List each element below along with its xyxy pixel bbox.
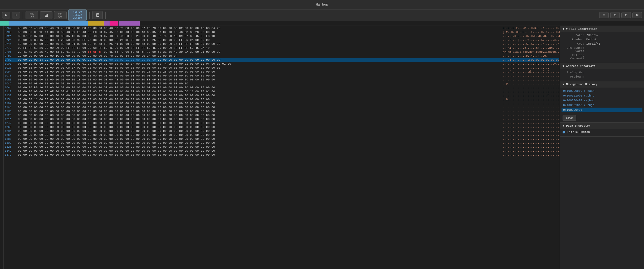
- hex-row[interactable]: 126800 00 00 00 00 00 00 00 00 00 00 00 …: [5, 125, 559, 129]
- hex-address: 1268: [5, 125, 18, 129]
- hex-row[interactable]: 0f2400 00 00 8B 45 EC 83 C4 20 5D C3 90 …: [5, 38, 559, 42]
- if-b-bottom: f(x);: [58, 15, 62, 18]
- right-panel: ▼ ▼ File Information Path: /Users/ Loade…: [560, 26, 644, 269]
- file-info-title: ▼ File Information: [566, 27, 597, 31]
- hex-address: 1300: [5, 141, 18, 145]
- nav-history-title: ▼ Navigation History: [563, 83, 597, 86]
- hex-row[interactable]: 128e00 00 00 00 00 00 00 00 00 00 00 00 …: [5, 129, 559, 133]
- address-info-header[interactable]: ▼ Address Informati: [560, 63, 644, 69]
- nav-history-item[interactable]: 0x1000010b8 (_objc: [562, 103, 642, 108]
- hex-row[interactable]: 100800 00 00 00 00 00 00 60 0F 00 00 00 …: [5, 62, 559, 66]
- hex-row[interactable]: 11f600 00 00 00 00 00 00 00 00 00 00 00 …: [5, 113, 559, 117]
- hex-row[interactable]: 102e00 00 88 0F 00 00 00 00 00 C8 07 00 …: [5, 66, 559, 70]
- syntax-row: CPU Syntax Varia: [563, 46, 641, 53]
- hex-address: 11aa: [5, 105, 18, 109]
- hex-bytes: 00 00 00 00 00 00 00 00 00 00 00 00 00 0…: [18, 109, 501, 113]
- hex-row[interactable]: 0f70DC FF FF 68 26 00 00 E9 D2 FF FF FF …: [5, 46, 559, 50]
- hex-ascii: .....................................: [501, 78, 559, 82]
- hex-ascii: .....................................: [501, 125, 559, 129]
- hex-row[interactable]: 12da00 00 00 00 00 00 00 00 00 00 00 00 …: [5, 137, 559, 141]
- hex-row[interactable]: 0fe200 00 00 00 34 00 00 00 03 00 00 00 …: [5, 58, 559, 62]
- hex-bytes: 00 00 00 00 00 00 00 00 00 00 00 00 00 0…: [18, 105, 501, 109]
- nav-history-item[interactable]: 0x100000e70 (-[boo: [562, 98, 642, 103]
- hex-bytes: 00 00 00 00 00 00 00 00 00 00 00 00 00 0…: [18, 129, 501, 133]
- nav-history-item[interactable]: 0x1000010b0 (_objc: [562, 93, 642, 98]
- seg-6: [110, 21, 118, 26]
- hex-bytes: 00 00 00 00 00 00 00 00 00 00 00 00 00 0…: [18, 141, 501, 145]
- radio-little-endian[interactable]: [563, 131, 565, 133]
- hex-row[interactable]: 121c00 00 00 00 00 00 00 00 00 00 00 00 …: [5, 117, 559, 121]
- hex-ascii: .......`............j...t......~.....: [501, 62, 559, 66]
- hex-bytes: 00 00 00 00 00 00 00 00 00 00 00 00 00 0…: [18, 145, 501, 149]
- hex-row[interactable]: 111200 00 00 00 00 9D 0F 00 00 01 00 00 …: [5, 90, 559, 94]
- hex-row[interactable]: 134c00 00 00 00 00 00 00 00 00 00 00 00 …: [5, 149, 559, 153]
- cpu-label: CPU:: [563, 42, 586, 45]
- if-b-btn[interactable]: if(b) f(x);: [54, 11, 67, 20]
- btn-u[interactable]: U: [12, 12, 20, 18]
- hex-bytes: 01 00 00 B0 10 00 00 00 00 00 00 00 00 0…: [18, 86, 501, 90]
- hex-row[interactable]: 137200 00 00 00 00 00 00 00 00 00 00 00 …: [5, 153, 559, 157]
- hex-row[interactable]: 12b400 00 00 00 00 00 00 00 00 00 00 00 …: [5, 133, 559, 137]
- hex-row[interactable]: 10ec01 00 00 B0 10 00 00 00 00 00 00 00 …: [5, 86, 559, 90]
- nav-history-item[interactable]: 0x100000f9d: [562, 108, 642, 112]
- hex-ascii: ...........................h.........: [501, 94, 559, 98]
- file-info-arrow: ▼: [563, 27, 564, 31]
- hex-address: 0ed8: [5, 30, 18, 34]
- hex-ascii: ...7...H.5....H..H.E..$..H.u.H....E...: [501, 34, 559, 38]
- mov-add-btn[interactable]: mov add: [26, 11, 38, 20]
- hex-bytes: 00 00 00 00 60 11 00 00 01 00 00 00 00 0…: [18, 70, 501, 74]
- hex-panel[interactable]: 0eb248 89 F7 48 89 C6 48 89 45 E0 B0 00 …: [4, 26, 560, 269]
- hex-bytes: 00 00 00 00 00 00 00 00 00 00 00 00 00 0…: [18, 113, 501, 117]
- hex-row[interactable]: 124200 00 00 00 00 00 00 00 00 00 00 00 …: [5, 121, 559, 125]
- hex-row[interactable]: 0f4aE2 00 00 00 00 00 00 4C 8D 1D B1 00 …: [5, 42, 559, 46]
- main-layout: 0eb248 89 F7 48 89 C6 48 89 45 E0 B0 00 …: [0, 26, 644, 269]
- hex-row[interactable]: 0f9620 41 4D 3A 25 40 00 63 6C 61 73 73 …: [5, 50, 559, 54]
- hex-bytes: 20 41 4D 3A 25 40 00 63 6C 61 73 73 00 6…: [18, 50, 501, 54]
- hex-row[interactable]: 130000 00 00 00 00 00 00 00 00 00 00 00 …: [5, 141, 559, 145]
- nav-history-item[interactable]: 0x100000ee0 (_main: [562, 89, 642, 93]
- cpu-icon-btn[interactable]: 🖥: [92, 11, 103, 19]
- hex-row[interactable]: 107a00 00 00 00 00 AB 0F 00 01 00 00 00 …: [5, 74, 559, 78]
- hex-row[interactable]: 11d000 00 00 00 00 00 00 00 00 00 00 00 …: [5, 109, 559, 113]
- hex-row[interactable]: 113800 00 00 00 00 00 00 00 00 00 00 00 …: [5, 94, 559, 98]
- toolbar-sep-3: [105, 12, 106, 19]
- underlined-byte: 00: [131, 58, 135, 61]
- view-icon-btn-4[interactable]: ⊠: [632, 12, 642, 18]
- hex-ascii: .....................................`..…: [501, 90, 559, 94]
- hex-row[interactable]: 0ed85D C3 66 0F 1F 44 00 00 55 48 89 E5 …: [5, 30, 559, 34]
- hex-row[interactable]: 0fbc1C 00 00 00 00 00 00 1C 00 00 00 00 …: [5, 54, 559, 58]
- hex-row[interactable]: 0efe89 C7 E8 37 00 00 00 48 8B 35 1C 02 …: [5, 34, 559, 38]
- file-info-header[interactable]: ▼ ▼ File Information: [560, 26, 644, 32]
- cpu-icon: 🖥: [95, 12, 100, 18]
- clear-button[interactable]: Clear: [563, 115, 576, 121]
- little-endian-label: Little Endian: [567, 131, 590, 134]
- hex-ascii: ............................: [501, 66, 559, 70]
- address-info-title: ▼ Address Informati: [563, 65, 596, 68]
- if-b-top: if(b): [58, 12, 62, 15]
- hex-address: 1008: [5, 62, 18, 66]
- hex-row[interactable]: 118401 00 00 00 00 00 00 00 00 00 00 00 …: [5, 102, 559, 105]
- hex-bytes: 00 00 38 11 00 00 00 00 00 00 00 00 00 0…: [18, 98, 501, 102]
- hex-address: 12da: [5, 137, 18, 141]
- hex-address: 0f70: [5, 46, 18, 50]
- chip-display: 486F70 706572 204469: [68, 9, 87, 21]
- hex-row[interactable]: 10c600 00 70 0E 00 01 00 00 00 80 00 00 …: [5, 82, 559, 86]
- little-endian-row[interactable]: Little Endian: [563, 131, 641, 134]
- hex-row[interactable]: 10a000 00 00 00 00 00 00 00 00 00 00 18 …: [5, 78, 559, 82]
- hex-row[interactable]: 105400 00 00 00 60 11 00 00 01 00 00 00 …: [5, 70, 559, 74]
- hex-ascii: .....................................: [501, 74, 559, 78]
- hex-row[interactable]: 11aa00 00 00 00 00 00 00 00 00 00 00 00 …: [5, 105, 559, 109]
- hex-ascii: .....................................: [501, 117, 559, 121]
- view-icon-btn-1[interactable]: ≡: [599, 12, 609, 18]
- hex-row[interactable]: 132600 00 00 00 00 00 00 00 00 00 00 00 …: [5, 145, 559, 149]
- hex-row[interactable]: 0eb248 89 F7 48 89 C6 48 89 45 E0 B0 00 …: [5, 26, 559, 30]
- nav-history-header[interactable]: ▼ Navigation History: [560, 81, 644, 88]
- view-icon-btn-3[interactable]: ⊞: [621, 12, 631, 18]
- hex-address: 11d0: [5, 109, 18, 113]
- icon2-btn[interactable]: ⊞: [40, 11, 52, 19]
- hex-ascii: .....................................: [501, 129, 559, 133]
- data-inspector-header[interactable]: ▼ Data Inspector: [560, 123, 644, 129]
- hex-row[interactable]: 115e00 00 38 11 00 00 00 00 00 00 00 00 …: [5, 98, 559, 102]
- view-icon-btn-2[interactable]: ⊟: [610, 12, 620, 18]
- btn-p[interactable]: P: [2, 12, 10, 18]
